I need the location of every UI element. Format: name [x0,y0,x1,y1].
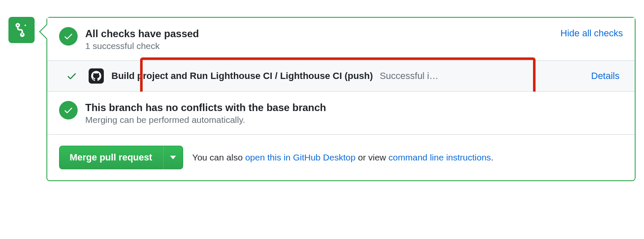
open-github-desktop-link[interactable]: open this in GitHub Desktop [245,152,355,162]
merge-status-panel: All checks have passed 1 successful chec… [46,17,636,181]
check-name[interactable]: Build project and Run Lighthouse CI / Li… [111,71,373,81]
checks-subtitle: 1 successful check [85,41,553,51]
merge-icon [8,17,35,43]
conflicts-title: This branch has no conflicts with the ba… [85,101,623,114]
check-result: Successful i… [380,71,438,81]
check-details-link[interactable]: Details [591,71,620,81]
merge-options-dropdown[interactable] [163,146,183,169]
hint-suffix: . [491,152,493,162]
merge-hint-text: You can also open this in GitHub Desktop… [192,152,494,163]
checks-summary-section: All checks have passed 1 successful chec… [47,18,635,60]
checks-title: All checks have passed [85,27,553,40]
success-check-icon [59,27,78,46]
merge-pull-request-button[interactable]: Merge pull request [59,146,163,169]
caret-down-icon [170,155,176,160]
merge-button-group: Merge pull request [59,146,183,169]
conflicts-subtitle: Merging can be performed automatically. [85,115,623,125]
success-check-icon [59,101,78,120]
command-line-instructions-link[interactable]: command line instructions [389,152,491,162]
check-item-row: Build project and Run Lighthouse CI / Li… [47,60,635,92]
hint-middle: or view [355,152,388,162]
hint-prefix: You can also [192,152,245,162]
conflicts-section: This branch has no conflicts with the ba… [47,92,635,134]
github-actions-icon [89,68,104,84]
hide-checks-link[interactable]: Hide all checks [560,28,623,39]
check-success-icon [62,71,81,81]
merge-actions-section: Merge pull request You can also open thi… [47,134,635,180]
